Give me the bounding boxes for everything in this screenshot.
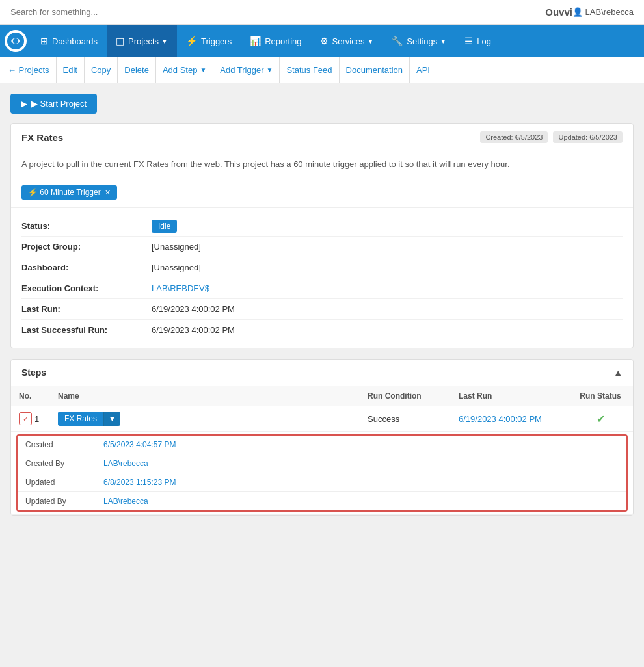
last-run-value: 6/19/2023 4:00:02 PM xyxy=(152,304,235,314)
project-group-row: Project Group: [Unassigned] xyxy=(21,237,623,257)
step-expand-button[interactable]: ✓ xyxy=(19,412,32,425)
projects-icon: ◫ xyxy=(116,36,124,46)
last-successful-run-value: 6/19/2023 4:00:02 PM xyxy=(152,325,235,335)
logo xyxy=(0,25,31,57)
services-icon: ⚙ xyxy=(320,36,329,46)
step-run-condition-cell: Success xyxy=(360,406,451,432)
status-value: Idle xyxy=(152,221,177,231)
project-details: Status: Idle Project Group: [Unassigned]… xyxy=(11,208,633,348)
list-item: Created By LAB\rebecca xyxy=(18,454,626,473)
trigger-label: ⚡ 60 Minute Trigger xyxy=(28,188,101,197)
step-detail-row: Created 6/5/2023 4:04:57 PM Created By L… xyxy=(11,432,633,515)
project-group-label: Project Group: xyxy=(21,242,152,252)
nav-item-log[interactable]: ☰ Log xyxy=(455,25,500,57)
project-card: FX Rates Created: 6/5/2023 Updated: 6/5/… xyxy=(10,123,634,348)
breadcrumb-add-trigger[interactable]: Add Trigger ▼ xyxy=(213,57,280,83)
step-name-group: FX Rates ▼ xyxy=(58,412,120,426)
user-info: 👤 LAB\rebecca xyxy=(572,7,634,17)
execution-context-row: Execution Context: LAB\REBDEV$ xyxy=(21,278,623,299)
project-description: A project to pull in the current FX Rate… xyxy=(11,151,633,177)
breadcrumb-documentation[interactable]: Documentation xyxy=(340,57,410,83)
nav-item-dashboards[interactable]: ⊞ Dashboards xyxy=(31,25,107,57)
collapse-steps-button[interactable]: ▲ xyxy=(613,367,623,378)
nav-item-settings[interactable]: 🔧 Settings ▼ xyxy=(382,25,455,57)
execution-context-label: Execution Context: xyxy=(21,283,152,293)
breadcrumb-edit[interactable]: Edit xyxy=(57,57,85,83)
add-trigger-dropdown-arrow: ▼ xyxy=(267,66,273,73)
breadcrumb-delete[interactable]: Delete xyxy=(118,57,156,83)
project-meta: Created: 6/5/2023 Updated: 6/5/2023 xyxy=(480,131,623,143)
start-project-button[interactable]: ▶ ▶ Start Project xyxy=(10,94,97,114)
detail-created-by-label: Created By xyxy=(18,454,96,473)
settings-icon: 🔧 xyxy=(392,36,403,46)
projects-dropdown-arrow: ▼ xyxy=(161,38,168,45)
settings-dropdown-arrow: ▼ xyxy=(440,38,446,45)
svg-point-1 xyxy=(13,38,18,44)
project-group-value: [Unassigned] xyxy=(152,242,201,252)
nav-item-services[interactable]: ⚙ Services ▼ xyxy=(311,25,383,57)
execution-context-value: LAB\REBDEV$ xyxy=(152,283,209,293)
person-icon: 👤 xyxy=(572,7,583,17)
step-name-button[interactable]: FX Rates xyxy=(58,412,103,426)
col-header-last-run: Last Run xyxy=(451,386,568,406)
step-last-run-link[interactable]: 6/19/2023 4:00:02 PM xyxy=(459,414,542,424)
dashboard-label: Dashboard: xyxy=(21,263,152,272)
last-successful-run-label: Last Successful Run: xyxy=(21,325,152,335)
step-no-cell: ✓ 1 xyxy=(11,406,50,432)
nav-item-reporting[interactable]: 📊 Reporting xyxy=(241,25,310,57)
project-title: FX Rates xyxy=(21,132,63,143)
add-step-dropdown-arrow: ▼ xyxy=(200,66,206,73)
step-run-status-cell: ✔ xyxy=(568,406,633,432)
breadcrumb-bar: ← Projects Edit Copy Delete Add Step ▼ A… xyxy=(0,57,644,83)
steps-title: Steps xyxy=(21,367,46,378)
col-header-name: Name xyxy=(50,386,360,406)
project-header: FX Rates Created: 6/5/2023 Updated: 6/5/… xyxy=(11,124,633,151)
step-detail-cell: Created 6/5/2023 4:04:57 PM Created By L… xyxy=(11,432,633,515)
breadcrumb-copy[interactable]: Copy xyxy=(85,57,118,83)
step-detail-table: Created 6/5/2023 4:04:57 PM Created By L… xyxy=(18,436,626,510)
last-run-label: Last Run: xyxy=(21,304,152,314)
dashboards-icon: ⊞ xyxy=(40,36,48,46)
table-row: ✓ 1 FX Rates ▼ Success 6/19/2 xyxy=(11,406,633,432)
trigger-section: ⚡ 60 Minute Trigger ✕ xyxy=(11,177,633,208)
steps-table: No. Name Run Condition Last Run Run Stat… xyxy=(11,386,633,515)
trigger-close-button[interactable]: ✕ xyxy=(105,189,111,197)
detail-created-value: 6/5/2023 4:04:57 PM xyxy=(96,436,626,454)
nav-item-projects[interactable]: ◫ Projects ▼ xyxy=(107,25,177,57)
steps-section: Steps ▲ No. Name Run Condition Last Run … xyxy=(10,359,634,516)
execution-context-link[interactable]: LAB\REBDEV$ xyxy=(152,283,209,293)
updated-badge: Updated: 6/5/2023 xyxy=(553,131,623,143)
app-title: Ouvvi xyxy=(545,7,572,18)
detail-updated-label: Updated xyxy=(18,473,96,492)
step-status-check-icon: ✔ xyxy=(597,413,605,425)
detail-created-by-value: LAB\rebecca xyxy=(96,454,626,473)
trigger-badge: ⚡ 60 Minute Trigger ✕ xyxy=(21,185,117,200)
top-bar: Ouvvi 👤 LAB\rebecca xyxy=(0,0,644,25)
list-item: Updated 6/8/2023 1:15:23 PM xyxy=(18,473,626,492)
breadcrumb-projects[interactable]: ← Projects xyxy=(8,57,57,83)
status-label: Status: xyxy=(21,221,152,231)
step-number: 1 xyxy=(34,414,39,424)
created-badge: Created: 6/5/2023 xyxy=(480,131,548,143)
status-idle-badge: Idle xyxy=(152,220,177,233)
search-input[interactable] xyxy=(10,7,545,17)
play-icon: ▶ xyxy=(21,99,27,109)
list-item: Updated By LAB\rebecca xyxy=(18,492,626,511)
logo-circle xyxy=(5,30,27,52)
nav-item-triggers[interactable]: ⚡ Triggers xyxy=(177,25,241,57)
col-header-run-condition: Run Condition xyxy=(360,386,451,406)
step-name-cell: FX Rates ▼ xyxy=(50,406,360,432)
main-content: ▶ ▶ Start Project FX Rates Created: 6/5/… xyxy=(0,83,644,526)
breadcrumb-api[interactable]: API xyxy=(410,57,436,83)
last-successful-run-row: Last Successful Run: 6/19/2023 4:00:02 P… xyxy=(21,320,623,340)
detail-updated-by-label: Updated By xyxy=(18,492,96,511)
detail-updated-by-value: LAB\rebecca xyxy=(96,492,626,511)
col-header-run-status: Run Status xyxy=(568,386,633,406)
breadcrumb-add-step[interactable]: Add Step ▼ xyxy=(156,57,213,83)
breadcrumb-status-feed[interactable]: Status Feed xyxy=(280,57,339,83)
col-header-no: No. xyxy=(11,386,50,406)
step-name-dropdown-button[interactable]: ▼ xyxy=(103,412,120,426)
last-run-row: Last Run: 6/19/2023 4:00:02 PM xyxy=(21,299,623,320)
detail-updated-value: 6/8/2023 1:15:23 PM xyxy=(96,473,626,492)
triggers-icon: ⚡ xyxy=(186,36,197,46)
